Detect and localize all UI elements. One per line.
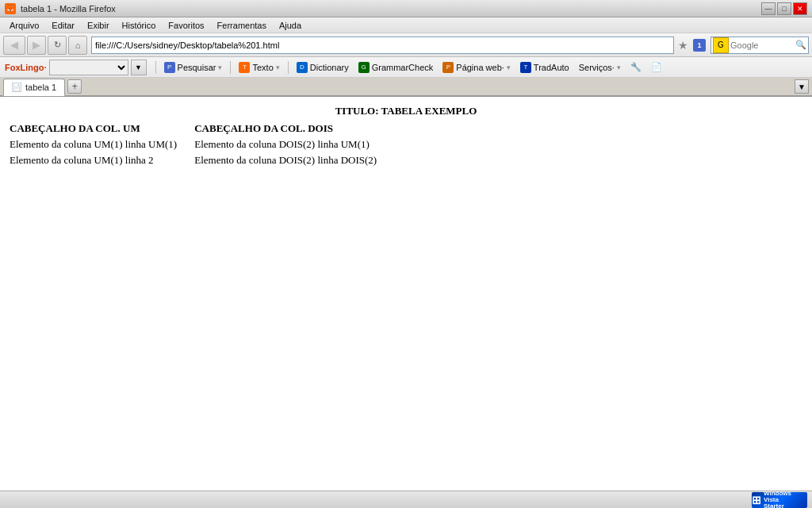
- cell-2-1: Elemento da coluna UM(1) linha 2: [8, 152, 193, 168]
- shield-icon: 1: [693, 39, 706, 52]
- foxlingo-wrapper: FoxLingo· ▼: [5, 60, 147, 75]
- star-icon: ★: [678, 39, 688, 52]
- new-tab-button[interactable]: +: [67, 79, 82, 94]
- pesquisar-arrow: ▾: [218, 64, 222, 71]
- title-bar: 🦊 tabela 1 - Mozilla Firefox — □ ✕: [0, 0, 812, 17]
- cell-1-1: Elemento da coluna UM(1) linha UM(1): [8, 137, 193, 152]
- menu-editar[interactable]: Editar: [45, 19, 81, 32]
- cell-2-2: Elemento da coluna DOIS(2) linha DOIS(2): [193, 152, 393, 168]
- page-wrapper: TITULO: TABELA EXEMPLO CABEÇALHO DA COL.…: [0, 97, 812, 508]
- bookmark-texto[interactable]: T Texto ▾: [235, 60, 283, 75]
- back-button[interactable]: ◀: [3, 36, 25, 55]
- col-header-1: CABEÇALHO DA COL. UM: [8, 121, 193, 137]
- foxlingo-btn[interactable]: ▼: [131, 60, 147, 75]
- bookmark-tools2[interactable]: 📄: [647, 60, 666, 75]
- tab-scroll-button[interactable]: ▼: [795, 79, 809, 94]
- bookmark-tools1[interactable]: 🔧: [626, 60, 645, 75]
- menu-historico[interactable]: Histórico: [116, 19, 163, 32]
- window-title: tabela 1 - Mozilla Firefox: [21, 4, 116, 13]
- home-button[interactable]: ⌂: [68, 36, 87, 55]
- texto-icon: T: [239, 62, 250, 73]
- menu-arquivo[interactable]: Arquivo: [3, 19, 45, 32]
- close-button[interactable]: ✕: [793, 2, 807, 15]
- title-bar-left: 🦊 tabela 1 - Mozilla Firefox: [5, 3, 116, 14]
- table-row: Elemento da coluna UM(1) linha UM(1) Ele…: [8, 137, 393, 152]
- reload-button[interactable]: ↻: [48, 36, 67, 55]
- page-content: TITULO: TABELA EXEMPLO CABEÇALHO DA COL.…: [0, 97, 812, 508]
- table-title: TITULO: TABELA EXEMPLO: [8, 105, 804, 117]
- pesquisar-icon: P: [164, 62, 175, 73]
- servicos-arrow: ▾: [617, 64, 621, 71]
- bookmark-tradauto[interactable]: T TradAuto: [516, 60, 573, 75]
- col-header-2: CABEÇALHO DA COL. DOIS: [193, 121, 393, 137]
- menu-bar: Arquivo Editar Exibir Histórico Favorito…: [0, 17, 812, 33]
- main-table: CABEÇALHO DA COL. UM CABEÇALHO DA COL. D…: [8, 121, 393, 168]
- texto-arrow: ▾: [276, 64, 280, 71]
- menu-ferramentas[interactable]: Ferramentas: [211, 19, 273, 32]
- address-bar-wrapper: ★ 1: [91, 37, 707, 54]
- tabs-bar: 📄 tabela 1 + ▼: [0, 78, 812, 97]
- maximize-button[interactable]: □: [777, 2, 791, 15]
- cell-1-2: Elemento da coluna DOIS(2) linha UM(1): [193, 137, 393, 152]
- grammar-icon: G: [358, 62, 370, 73]
- foxlingo-select[interactable]: [49, 60, 128, 75]
- bookmarks-bar: FoxLingo· ▼ P Pesquisar ▾ T Texto ▾ D Di…: [0, 57, 812, 78]
- taskbar-icons: ⊞ Windows VistaStarter: [749, 492, 807, 508]
- status-bar: ⊞ Windows VistaStarter: [0, 491, 812, 508]
- window-controls[interactable]: — □ ✕: [761, 2, 807, 15]
- table-row: Elemento da coluna UM(1) linha 2 Element…: [8, 152, 393, 168]
- minimize-button[interactable]: —: [761, 2, 776, 15]
- forward-button[interactable]: ▶: [27, 36, 46, 55]
- bookmark-servicos[interactable]: Serviços· ▾: [575, 60, 625, 75]
- search-input[interactable]: [730, 38, 794, 52]
- bookmark-dictionary[interactable]: D Dictionary: [293, 60, 353, 75]
- bookmark-pagina[interactable]: P Página web· ▾: [439, 60, 515, 75]
- separator-1: [155, 61, 156, 74]
- menu-exibir[interactable]: Exibir: [81, 19, 116, 32]
- nav-bar: ◀ ▶ ↻ ⌂ ★ 1 G 🔍: [0, 33, 812, 57]
- bookmark-grammar[interactable]: G GrammarCheck: [354, 60, 438, 75]
- search-go-icon[interactable]: 🔍: [795, 40, 806, 50]
- search-wrapper: G 🔍: [710, 37, 809, 54]
- separator-3: [288, 61, 289, 74]
- menu-ajuda[interactable]: Ajuda: [273, 19, 308, 32]
- firefox-icon: 🦊: [5, 3, 16, 14]
- foxlingo-label: FoxLingo·: [5, 63, 47, 72]
- tab-favicon: 📄: [12, 83, 21, 92]
- bookmark-pesquisar[interactable]: P Pesquisar ▾: [160, 60, 227, 75]
- google-icon: G: [713, 37, 729, 53]
- windows-logo: ⊞ Windows VistaStarter: [752, 492, 807, 508]
- tradauto-icon: T: [520, 62, 531, 73]
- pagina-icon: P: [442, 62, 454, 73]
- tab-tabela1[interactable]: 📄 tabela 1: [3, 79, 65, 96]
- address-input[interactable]: [91, 37, 674, 54]
- dictionary-icon: D: [297, 62, 308, 73]
- tab-label: tabela 1: [25, 83, 56, 92]
- pagina-arrow: ▾: [507, 64, 511, 71]
- menu-favoritos[interactable]: Favoritos: [162, 19, 210, 32]
- separator-2: [230, 61, 231, 74]
